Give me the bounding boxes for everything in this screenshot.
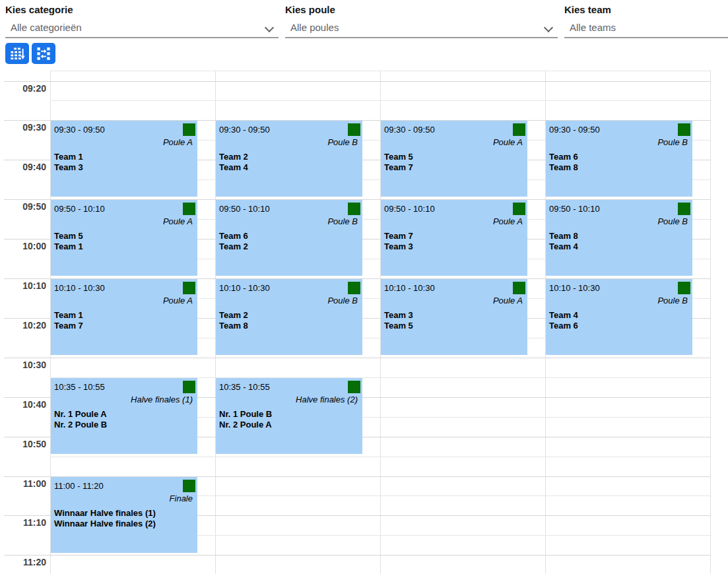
event-time: 09:50 - 10:10	[219, 203, 358, 215]
event-status-square-icon	[513, 123, 525, 136]
grid-major-line	[4, 358, 710, 358]
time-label: 11:10	[0, 517, 46, 528]
event-team-name: Team 7	[54, 321, 193, 331]
event-card[interactable]: 10:10 - 10:30Poule ATeam 3Team 5	[381, 279, 527, 355]
time-label: 10:00	[0, 241, 46, 251]
event-status-square-icon	[348, 381, 360, 393]
event-team-name: Team 7	[384, 231, 523, 241]
event-card[interactable]: 10:10 - 10:30Poule BTeam 4Team 6	[546, 279, 692, 355]
event-team-name: Team 8	[549, 162, 688, 173]
scheduler-page: Kies categorie Alle categorieën Kies pou…	[0, 0, 728, 574]
event-group-label: Poule B	[549, 294, 688, 307]
event-team-name: Winnaar Halve finales (1)	[54, 508, 193, 519]
event-time: 09:30 - 09:50	[219, 124, 358, 136]
grid-minor-line	[50, 457, 710, 457]
event-team-name: Nr. 1 Poule B	[219, 409, 358, 420]
event-card[interactable]: 11:00 - 11:20FinaleWinnaar Halve finales…	[51, 477, 197, 553]
event-card[interactable]: 09:30 - 09:50Poule ATeam 5Team 7	[381, 121, 527, 197]
event-teams: Team 1Team 7	[54, 310, 193, 331]
event-group-label: Poule B	[219, 294, 358, 307]
event-time: 09:30 - 09:50	[549, 124, 688, 136]
event-time: 10:35 - 10:55	[219, 381, 358, 393]
event-team-name: Team 6	[219, 231, 358, 241]
event-time: 10:10 - 10:30	[54, 282, 193, 294]
event-team-name: Team 5	[384, 152, 523, 162]
event-time: 09:50 - 10:10	[549, 203, 688, 215]
time-label: 11:00	[0, 478, 46, 489]
event-team-name: Team 1	[54, 152, 193, 162]
event-status-square-icon	[348, 123, 360, 136]
event-group-label: Poule A	[384, 136, 523, 148]
time-label: 11:20	[0, 557, 46, 567]
event-status-square-icon	[183, 203, 195, 215]
event-group-label: Finale	[54, 492, 193, 505]
event-card[interactable]: 09:50 - 10:10Poule BTeam 8Team 4	[546, 200, 692, 276]
event-team-name: Team 2	[219, 152, 358, 162]
time-label: 09:50	[0, 201, 46, 212]
event-card[interactable]: 09:30 - 09:50Poule BTeam 6Team 8	[546, 121, 692, 197]
event-group-label: Halve finales (1)	[54, 393, 193, 406]
event-team-name: Team 2	[219, 310, 358, 321]
event-time: 09:50 - 10:10	[384, 203, 523, 215]
event-card[interactable]: 10:10 - 10:30Poule ATeam 1Team 7	[51, 279, 197, 355]
event-team-name: Team 3	[384, 310, 523, 321]
event-teams: Team 7Team 3	[384, 231, 523, 251]
event-team-name: Team 5	[54, 231, 193, 241]
grid-major-line	[4, 555, 710, 556]
event-team-name: Team 6	[549, 152, 688, 162]
event-team-name: Team 4	[219, 162, 358, 173]
event-status-square-icon	[348, 282, 360, 294]
event-time: 09:30 - 09:50	[54, 124, 193, 136]
event-team-name: Team 4	[549, 310, 688, 321]
event-teams: Team 2Team 4	[219, 152, 358, 172]
event-time: 09:30 - 09:50	[384, 124, 523, 136]
event-team-name: Team 5	[384, 321, 523, 331]
event-card[interactable]: 09:50 - 10:10Poule ATeam 7Team 3	[381, 200, 527, 276]
time-label: 10:20	[0, 320, 46, 331]
event-time: 10:10 - 10:30	[549, 282, 688, 294]
scheduler: 09:2009:3009:4009:5010:0010:1010:2010:30…	[0, 0, 728, 574]
grid-top-line	[50, 71, 710, 71]
event-group-label: Poule B	[549, 136, 688, 148]
time-label: 10:40	[0, 399, 46, 410]
event-status-square-icon	[513, 282, 525, 294]
event-teams: Team 4Team 6	[549, 310, 688, 331]
event-group-label: Poule A	[54, 215, 193, 228]
event-teams: Team 5Team 1	[54, 231, 193, 251]
event-teams: Team 6Team 2	[219, 231, 358, 251]
time-label: 10:50	[0, 439, 46, 449]
event-status-square-icon	[183, 123, 195, 136]
event-group-label: Poule A	[384, 294, 523, 307]
event-group-label: Poule A	[384, 215, 523, 228]
event-card[interactable]: 09:30 - 09:50Poule BTeam 2Team 4	[216, 121, 362, 197]
event-card[interactable]: 10:35 - 10:55Halve finales (2)Nr. 1 Poul…	[216, 378, 362, 454]
event-status-square-icon	[678, 282, 690, 294]
event-status-square-icon	[183, 381, 195, 393]
event-group-label: Poule B	[219, 136, 358, 148]
event-team-name: Winnaar Halve finales (2)	[54, 519, 193, 529]
event-status-square-icon	[183, 282, 195, 294]
event-team-name: Nr. 2 Poule A	[219, 420, 358, 430]
event-group-label: Poule A	[54, 136, 193, 148]
event-team-name: Team 7	[384, 162, 523, 173]
event-teams: Team 1Team 3	[54, 152, 193, 172]
event-card[interactable]: 09:50 - 10:10Poule ATeam 5Team 1	[51, 200, 197, 276]
time-label: 09:40	[0, 162, 46, 172]
event-teams: Team 8Team 4	[549, 231, 688, 251]
event-time: 10:10 - 10:30	[384, 282, 523, 294]
event-status-square-icon	[513, 203, 525, 215]
event-team-name: Nr. 2 Poule B	[54, 420, 193, 430]
event-time: 09:50 - 10:10	[54, 203, 193, 215]
event-card[interactable]: 09:50 - 10:10Poule BTeam 6Team 2	[216, 200, 362, 276]
event-status-square-icon	[678, 123, 690, 136]
event-team-name: Team 3	[54, 162, 193, 173]
event-teams: Nr. 1 Poule ANr. 2 Poule B	[54, 409, 193, 430]
event-team-name: Team 1	[54, 241, 193, 252]
event-card[interactable]: 10:10 - 10:30Poule BTeam 2Team 8	[216, 279, 362, 355]
event-team-name: Team 1	[54, 310, 193, 321]
event-time: 10:35 - 10:55	[54, 381, 193, 393]
event-team-name: Team 3	[384, 241, 523, 252]
event-card[interactable]: 09:30 - 09:50Poule ATeam 1Team 3	[51, 121, 197, 197]
event-teams: Team 2Team 8	[219, 310, 358, 331]
event-card[interactable]: 10:35 - 10:55Halve finales (1)Nr. 1 Poul…	[51, 378, 197, 454]
